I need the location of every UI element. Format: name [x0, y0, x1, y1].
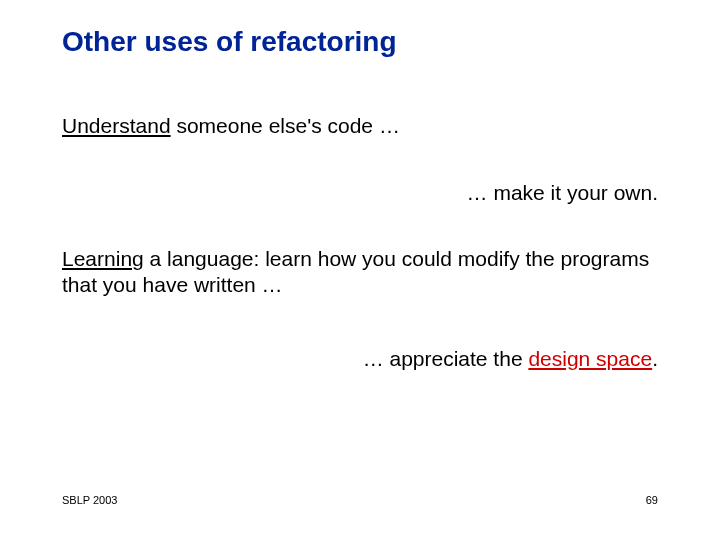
emphasis-understand: Understand — [62, 114, 171, 137]
footer-page-number: 69 — [646, 494, 658, 506]
slide-title: Other uses of refactoring — [62, 26, 397, 58]
line-design-space: … appreciate the design space. — [363, 346, 658, 372]
emphasis-learning: Learning — [62, 247, 144, 270]
line-understand: Understand someone else's code … — [62, 113, 400, 139]
emphasis-design-space: design space — [528, 347, 652, 370]
line-understand-rest: someone else's code … — [171, 114, 400, 137]
line-learning-rest: a language: learn how you could modify t… — [62, 247, 649, 296]
line-learning: Learning a language: learn how you could… — [62, 246, 658, 299]
slide: Other uses of refactoring Understand som… — [0, 0, 720, 540]
line-design-space-suffix: . — [652, 347, 658, 370]
footer-left: SBLP 2003 — [62, 494, 117, 506]
line-make-it-your-own: … make it your own. — [467, 180, 658, 206]
line-design-space-prefix: … appreciate the — [363, 347, 529, 370]
